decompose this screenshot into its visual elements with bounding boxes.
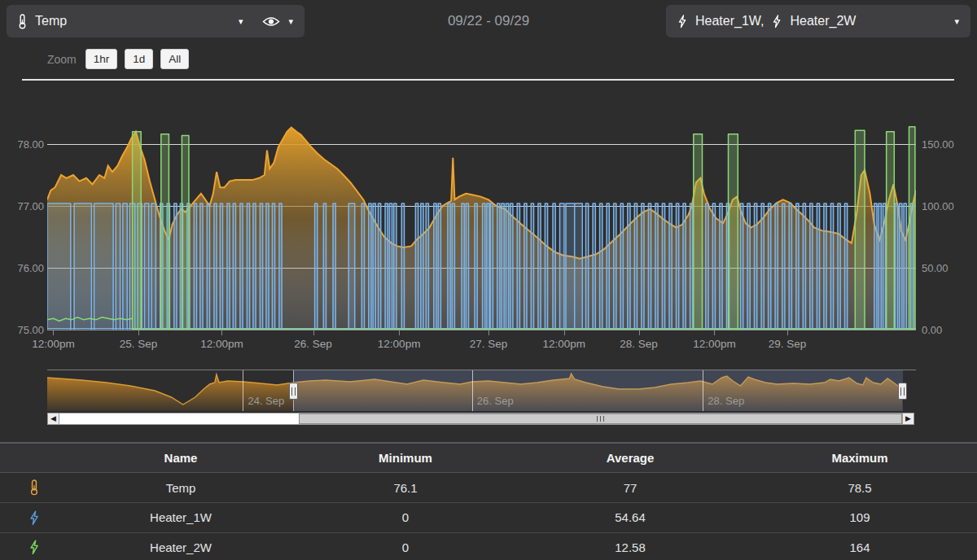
row-min: 76.1: [293, 473, 518, 503]
row-name: Heater_1W: [68, 503, 293, 533]
y-axis-right-label: 50.00: [922, 262, 962, 274]
eye-icon[interactable]: [262, 15, 280, 28]
y-axis-right-label: 100.00: [922, 200, 962, 212]
thermometer-icon: [29, 479, 39, 496]
y-axis-right-label: 150.00: [922, 138, 962, 151]
table-header-row: Name Minimum Average Maximum: [0, 443, 977, 473]
row-name: Temp: [68, 473, 293, 503]
thermometer-icon: [18, 14, 27, 29]
maximum-column-header: Maximum: [743, 443, 977, 473]
x-axis-tick: [313, 330, 314, 335]
icon-column-header: [0, 443, 68, 473]
main-chart[interactable]: [47, 122, 916, 330]
x-axis-label: 12:00pm: [189, 338, 254, 350]
y-axis-left-label: 77.00: [11, 200, 44, 212]
date-range-label: 09/22 - 09/29: [366, 13, 611, 29]
scrollbar-track[interactable]: [59, 413, 902, 425]
attribute-1-label: Heater_1W,: [695, 14, 764, 28]
dashboard: Temp ▾ ▾ 09/22 - 09/29 Heater_1W, Heater…: [0, 0, 977, 560]
y-axis-right-label: 0.00: [922, 324, 962, 336]
bolt-icon: [28, 510, 40, 526]
device-selector[interactable]: Temp ▾ ▾: [7, 5, 304, 37]
chart-series: [47, 122, 916, 330]
chevron-down-icon: ▾: [239, 17, 243, 26]
row-max: 164: [743, 532, 977, 560]
zoom-all-button[interactable]: All: [160, 49, 189, 69]
navigator-gridline: [703, 370, 703, 411]
x-axis-tick: [221, 330, 222, 335]
average-column-header: Average: [518, 443, 743, 473]
x-axis-label: 12:00pm: [20, 338, 85, 350]
zoom-1d-button[interactable]: 1d: [125, 49, 153, 69]
x-axis-label: 27. Sep: [456, 338, 521, 350]
chevron-down-icon[interactable]: ▾: [288, 17, 293, 26]
y-axis-left-label: 75.00: [11, 324, 44, 336]
x-axis-tick: [787, 330, 788, 335]
navigator-left-handle[interactable]: [289, 383, 298, 400]
scrollbar: ◀ ▶: [47, 413, 914, 425]
scroll-left-arrow[interactable]: ◀: [47, 413, 59, 425]
x-axis-tick: [488, 330, 489, 335]
navigator-date-label: 26. Sep: [477, 395, 514, 407]
zoom-label: Zoom: [47, 53, 77, 66]
x-axis-tick: [138, 330, 139, 335]
row-min: 0: [293, 532, 518, 560]
scrollbar-thumb[interactable]: [299, 413, 902, 424]
x-axis-tick: [639, 330, 640, 335]
navigator[interactable]: 24. Sep26. Sep28. Sep: [47, 370, 902, 411]
x-axis-label: 26. Sep: [281, 338, 346, 350]
grip-icon: [597, 416, 604, 422]
row-min: 0: [293, 503, 518, 533]
scroll-right-arrow[interactable]: ▶: [902, 413, 914, 425]
zoom-1hr-button[interactable]: 1hr: [85, 49, 118, 69]
name-column-header: Name: [68, 443, 293, 473]
x-axis-tick: [714, 330, 715, 335]
y-axis-left-label: 78.00: [11, 138, 44, 151]
x-axis-line: [47, 330, 916, 330]
minimum-column-header: Minimum: [293, 443, 518, 473]
navigator-gridline: [472, 370, 473, 411]
x-axis-label: 12:00pm: [532, 338, 597, 350]
row-avg: 54.64: [518, 503, 743, 533]
zoom-controls: Zoom 1hr 1d All: [47, 49, 189, 69]
navigator-gridline: [243, 370, 243, 411]
navigator-date-label: 24. Sep: [248, 395, 284, 407]
bolt-icon: [677, 15, 687, 28]
stats-table: Name Minimum Average Maximum Temp 76.1 7…: [0, 442, 977, 560]
navigator-date-label: 28. Sep: [708, 395, 744, 407]
bolt-icon: [28, 540, 40, 555]
table-row: Heater_2W 0 12.58 164: [0, 532, 977, 560]
x-axis-label: 28. Sep: [607, 338, 672, 350]
navigator-right-handle[interactable]: [898, 383, 907, 400]
row-name: Heater_2W: [68, 532, 293, 560]
x-axis-label: 29. Sep: [755, 338, 820, 350]
row-max: 109: [743, 503, 977, 533]
row-avg: 77: [518, 473, 743, 503]
table-row: Heater_1W 0 54.64 109: [0, 503, 977, 533]
row-max: 78.5: [743, 473, 977, 503]
x-axis-tick: [564, 330, 565, 335]
bolt-icon: [772, 15, 782, 28]
navigator-selection[interactable]: [293, 370, 903, 411]
chevron-down-icon: ▾: [954, 17, 959, 26]
x-axis-tick: [53, 330, 54, 335]
table-row: Temp 76.1 77 78.5: [0, 473, 977, 503]
x-axis-tick: [399, 330, 400, 335]
attribute-2-label: Heater_2W: [790, 14, 856, 28]
device-selector-label: Temp: [35, 14, 67, 28]
y-axis-left-label: 76.00: [11, 262, 44, 274]
x-axis-label: 12:00pm: [681, 338, 747, 350]
x-axis-label: 25. Sep: [106, 338, 171, 350]
header-divider: [22, 79, 954, 81]
row-avg: 12.58: [518, 532, 743, 560]
x-axis-label: 12:00pm: [366, 338, 432, 350]
attribute-selector[interactable]: Heater_1W, Heater_2W ▾: [666, 5, 970, 37]
